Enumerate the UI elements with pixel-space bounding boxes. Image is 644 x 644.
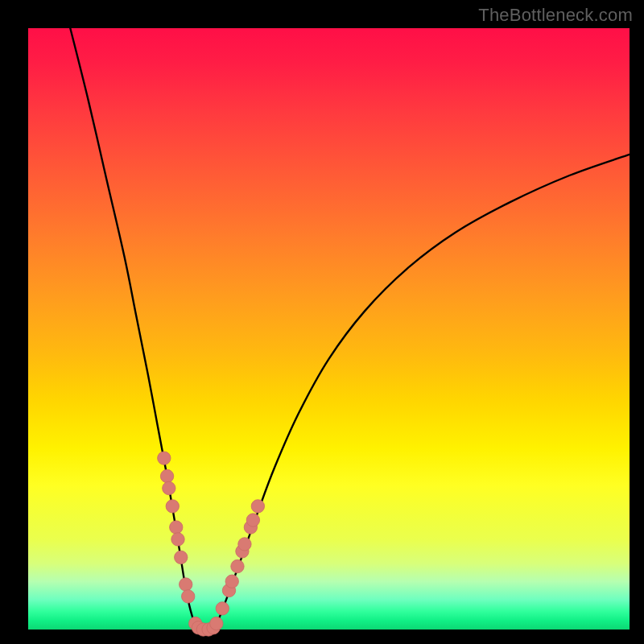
data-marker (166, 500, 179, 513)
marker-group (158, 452, 265, 636)
data-marker (238, 538, 251, 551)
data-marker (171, 533, 184, 546)
data-marker (170, 521, 183, 534)
data-marker (246, 514, 259, 526)
plot-area (28, 28, 630, 630)
data-marker (216, 602, 229, 615)
data-marker (182, 590, 195, 603)
data-marker (175, 551, 188, 564)
chart-frame: TheBottleneck.com (0, 0, 644, 644)
curve-svg (28, 28, 630, 630)
data-marker (225, 575, 238, 588)
watermark-text: TheBottleneck.com (478, 5, 633, 26)
data-marker (231, 559, 244, 572)
curve-group (70, 28, 630, 636)
data-marker (180, 578, 192, 591)
data-marker (251, 500, 264, 513)
data-marker (210, 617, 223, 630)
data-marker (160, 469, 173, 482)
bottleneck-curve (70, 28, 630, 630)
data-marker (163, 481, 175, 494)
data-marker (158, 452, 171, 464)
